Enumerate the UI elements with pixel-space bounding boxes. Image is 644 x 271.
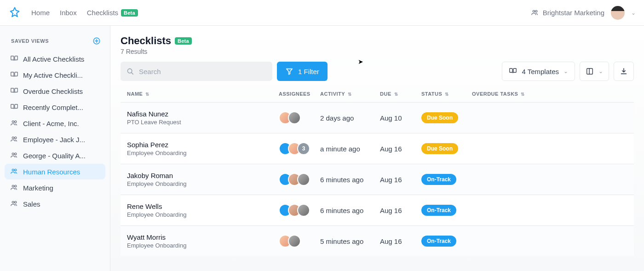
nav-home[interactable]: Home bbox=[31, 9, 50, 17]
filter-label: 1 Filter bbox=[298, 68, 319, 75]
nav-checklists[interactable]: Checklists Beta bbox=[87, 9, 138, 17]
sidebar: SAVED VIEWS All Active ChecklistsMy Acti… bbox=[0, 26, 110, 271]
status-badge: Due Soon bbox=[421, 112, 458, 123]
chevron-down-icon: ⌄ bbox=[598, 68, 603, 75]
table-row[interactable]: Sophia PerezEmployee Onboarding3a minute… bbox=[121, 133, 634, 164]
sidebar-item[interactable]: My Active Checkli... bbox=[5, 67, 105, 83]
assignees-stack[interactable]: 3 bbox=[279, 142, 320, 155]
row-due: Aug 16 bbox=[380, 207, 421, 214]
row-name: Sophia Perez bbox=[127, 141, 279, 149]
assignee-overflow[interactable]: 3 bbox=[297, 142, 310, 155]
row-name: Nafisa Nunez bbox=[127, 110, 279, 118]
columns-icon bbox=[586, 67, 594, 75]
row-subtitle: Employee Onboarding bbox=[127, 150, 279, 156]
col-name[interactable]: NAME⇅ bbox=[127, 91, 279, 97]
topbar-right: Brightstar Marketing ⌄ bbox=[531, 6, 636, 20]
search-input[interactable] bbox=[138, 67, 267, 76]
row-activity: a minute ago bbox=[320, 145, 380, 153]
people-icon bbox=[10, 184, 18, 192]
sidebar-item[interactable]: Human Resources bbox=[5, 164, 105, 179]
col-overdue[interactable]: OVERDUE TASKS⇅ bbox=[472, 91, 627, 97]
sidebar-item[interactable]: Overdue Checklists bbox=[5, 83, 105, 99]
row-activity: 6 minutes ago bbox=[320, 207, 380, 214]
status-badge: On-Track bbox=[421, 174, 456, 185]
nav-inbox[interactable]: Inbox bbox=[60, 9, 77, 17]
book-icon bbox=[10, 55, 18, 63]
col-activity[interactable]: ACTIVITY⇅ bbox=[320, 91, 380, 97]
people-icon bbox=[10, 119, 18, 127]
assignees-stack[interactable] bbox=[279, 204, 320, 217]
sidebar-item-label: Marketing bbox=[23, 184, 53, 192]
nav-checklists-label: Checklists bbox=[87, 9, 118, 17]
table-row[interactable]: Rene WellsEmployee Onboarding6 minutes a… bbox=[121, 195, 634, 225]
sort-icon: ⇅ bbox=[521, 92, 525, 97]
row-status: Due Soon bbox=[421, 143, 472, 154]
table-body: Nafisa NunezPTO Leave Request2 days agoA… bbox=[121, 102, 634, 256]
row-due: Aug 10 bbox=[380, 114, 421, 122]
org-name: Brightstar Marketing bbox=[543, 9, 604, 17]
row-status: On-Track bbox=[421, 174, 472, 185]
sidebar-item-label: Sales bbox=[23, 200, 40, 208]
assignee-avatar[interactable] bbox=[288, 111, 301, 124]
assignees-stack[interactable] bbox=[279, 173, 320, 186]
sidebar-item[interactable]: Sales bbox=[5, 196, 105, 212]
assignee-avatar[interactable] bbox=[288, 235, 301, 248]
col-assignees[interactable]: ASSIGNEES bbox=[279, 91, 320, 97]
col-due[interactable]: DUE⇅ bbox=[380, 91, 421, 97]
sidebar-item[interactable]: Recently Complet... bbox=[5, 99, 105, 115]
chevron-down-icon: ⌄ bbox=[564, 68, 568, 75]
row-name: Wyatt Morris bbox=[127, 233, 279, 241]
row-status: Due Soon bbox=[421, 112, 472, 123]
book-icon bbox=[10, 87, 18, 95]
sidebar-item[interactable]: George - Quality A... bbox=[5, 148, 105, 163]
row-subtitle: Employee Onboarding bbox=[127, 211, 279, 218]
columns-button[interactable]: ⌄ bbox=[580, 62, 609, 81]
row-activity: 2 days ago bbox=[320, 114, 380, 122]
col-status[interactable]: STATUS⇅ bbox=[421, 91, 472, 97]
status-badge: On-Track bbox=[421, 236, 456, 247]
assignee-avatar[interactable] bbox=[297, 204, 310, 217]
sidebar-item-label: Client - Acme, Inc. bbox=[23, 120, 79, 127]
assignee-avatar[interactable] bbox=[297, 173, 310, 186]
row-status: On-Track bbox=[421, 236, 472, 247]
org-switcher[interactable]: Brightstar Marketing bbox=[531, 9, 604, 17]
templates-label: 4 Templates bbox=[522, 68, 559, 75]
sidebar-item-label: My Active Checkli... bbox=[23, 71, 83, 79]
download-icon bbox=[620, 67, 628, 75]
beta-badge: Beta bbox=[121, 9, 138, 17]
status-badge: Due Soon bbox=[421, 143, 458, 154]
table-row[interactable]: Wyatt MorrisEmployee Onboarding5 minutes… bbox=[121, 225, 634, 256]
user-menu-chevron-icon[interactable]: ⌄ bbox=[631, 10, 636, 16]
table-row[interactable]: Nafisa NunezPTO Leave Request2 days agoA… bbox=[121, 102, 634, 133]
sidebar-item[interactable]: All Active Checklists bbox=[5, 51, 105, 67]
user-avatar[interactable] bbox=[611, 6, 625, 20]
main: Checklists Beta 7 Results 1 Filter 4 Tem… bbox=[110, 26, 644, 271]
people-icon bbox=[10, 200, 18, 208]
filter-button[interactable]: 1 Filter bbox=[277, 62, 328, 81]
templates-button[interactable]: 4 Templates ⌄ bbox=[502, 62, 575, 81]
search-icon bbox=[126, 67, 134, 75]
status-badge: On-Track bbox=[421, 205, 456, 216]
assignees-stack[interactable] bbox=[279, 111, 320, 124]
sort-icon: ⇅ bbox=[348, 92, 352, 97]
sidebar-item-label: Overdue Checklists bbox=[23, 87, 83, 95]
sidebar-item[interactable]: Employee - Jack J... bbox=[5, 132, 105, 147]
people-icon bbox=[10, 151, 18, 160]
add-view-button[interactable] bbox=[92, 37, 101, 45]
app-logo[interactable] bbox=[8, 6, 21, 19]
saved-views-list: All Active ChecklistsMy Active Checkli..… bbox=[5, 51, 105, 212]
table-row[interactable]: Jakoby RomanEmployee Onboarding6 minutes… bbox=[121, 164, 634, 195]
assignees-stack[interactable] bbox=[279, 235, 320, 248]
book-icon bbox=[10, 103, 18, 111]
sort-icon: ⇅ bbox=[145, 92, 150, 97]
book-icon bbox=[10, 71, 18, 79]
sidebar-item[interactable]: Client - Acme, Inc. bbox=[5, 115, 105, 131]
row-subtitle: Employee Onboarding bbox=[127, 180, 279, 187]
saved-views-title: SAVED VIEWS bbox=[11, 38, 49, 44]
sidebar-item[interactable]: Marketing bbox=[5, 180, 105, 196]
topbar: Home Inbox Checklists Beta Brightstar Ma… bbox=[0, 0, 644, 26]
filter-icon bbox=[285, 67, 293, 75]
search-box[interactable] bbox=[121, 62, 272, 81]
download-button[interactable] bbox=[614, 62, 634, 81]
sort-icon: ⇅ bbox=[445, 92, 449, 97]
